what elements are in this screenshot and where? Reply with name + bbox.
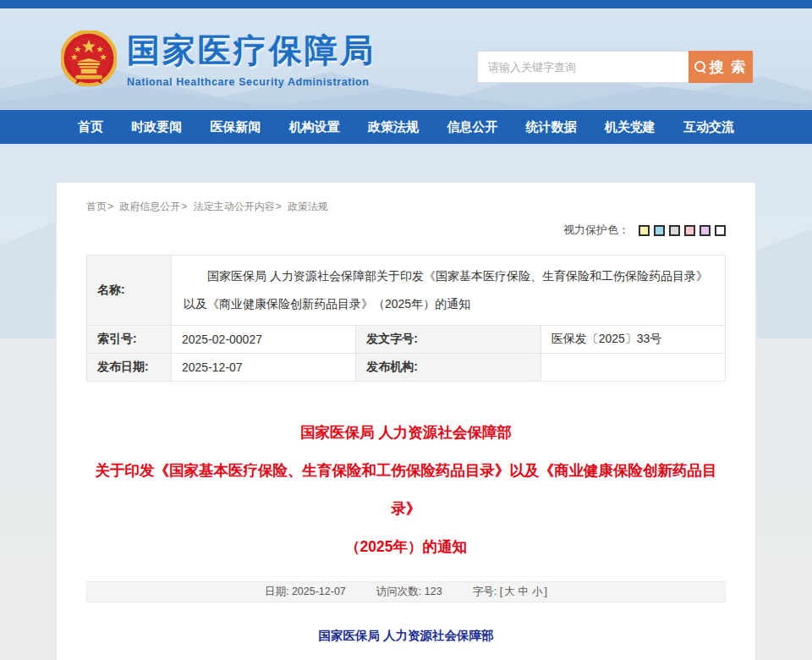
meta-date-label: 日期: — [265, 586, 288, 597]
article-title-line2: 关于印发《国家基本医疗保险、生育保险和工伤保险药品目录》以及《商业健康保险创新药… — [86, 452, 726, 528]
nav-item-home[interactable]: 首页 — [78, 119, 103, 135]
breadcrumb-separator: > — [181, 201, 187, 212]
doc-name-value: 国家医保局 人力资源社会保障部关于印发《国家基本医疗保险、生育保险和工伤保险药品… — [172, 256, 726, 326]
doc-number-label: 发文字号: — [356, 326, 540, 354]
fontsize-small-link[interactable]: 小 — [532, 586, 543, 597]
nav-item-politics-news[interactable]: 时政要闻 — [131, 119, 182, 135]
search-box: 搜 索 — [477, 51, 753, 83]
doc-index-label: 索引号: — [87, 326, 172, 354]
doc-agency-label: 发布机构: — [356, 354, 540, 382]
content-panel: 首页> 政府信息公开> 法定主动公开内容> 政策法规 视力保护色： 名称: 国家… — [56, 182, 756, 660]
breadcrumb-separator: > — [107, 201, 113, 212]
article-title-line1: 国家医保局 人力资源社会保障部 — [86, 414, 726, 452]
fontsize-bracket-open: [ — [500, 586, 502, 597]
national-emblem-logo — [61, 30, 117, 86]
meta-date: 日期: 2025-12-07 — [265, 585, 346, 599]
article-title-red: 国家医保局 人力资源社会保障部 关于印发《国家基本医疗保险、生育保险和工伤保险药… — [86, 414, 726, 566]
table-row: 发布日期: 2025-12-07 发布机构: — [87, 354, 726, 382]
search-button-label: 搜 索 — [710, 58, 748, 77]
eye-protection-label: 视力保护色： — [563, 223, 629, 238]
fontsize-large-link[interactable]: 大 — [504, 586, 515, 597]
article-meta-bar: 日期: 2025-12-07 访问次数: 123 字号: [大中小] — [86, 581, 726, 602]
main-nav: 首页 时政要闻 医保新闻 机构设置 政策法规 信息公开 统计数据 机关党建 互动… — [0, 110, 812, 144]
fontsize-medium-link[interactable]: 中 — [518, 586, 529, 597]
nav-item-info-disclosure[interactable]: 信息公开 — [447, 119, 497, 135]
eye-color-swatch-white[interactable] — [715, 225, 726, 236]
doc-name-label: 名称: — [87, 256, 172, 326]
breadcrumb-home[interactable]: 首页 — [86, 201, 107, 212]
search-button[interactable]: 搜 索 — [689, 51, 753, 83]
document-title-line1: 国家医保局 人力资源社会保障部 — [86, 619, 726, 652]
nav-item-statistics[interactable]: 统计数据 — [526, 119, 577, 135]
breadcrumb-policy[interactable]: 政策法规 — [288, 201, 328, 212]
doc-number-value: 医保发〔2025〕33号 — [540, 326, 725, 354]
search-icon — [694, 61, 706, 73]
nav-item-medical-news[interactable]: 医保新闻 — [211, 119, 261, 135]
eye-color-swatch-yellow[interactable] — [639, 225, 650, 236]
nav-item-policy[interactable]: 政策法规 — [368, 119, 419, 135]
breadcrumb-gov-info[interactable]: 政府信息公开 — [119, 201, 180, 212]
nav-item-interaction[interactable]: 互动交流 — [683, 119, 734, 135]
document-info-table: 名称: 国家医保局 人力资源社会保障部关于印发《国家基本医疗保险、生育保险和工伤… — [86, 255, 726, 382]
meta-date-value: 2025-12-07 — [292, 586, 346, 597]
meta-visits: 访问次数: 123 — [376, 585, 442, 599]
table-row: 名称: 国家医保局 人力资源社会保障部关于印发《国家基本医疗保险、生育保险和工伤… — [87, 256, 726, 326]
meta-fontsize-label: 字号: — [473, 586, 497, 597]
eye-protection-row: 视力保护色： — [86, 223, 726, 238]
eye-color-swatch-pink[interactable] — [684, 225, 695, 236]
doc-pubdate-label: 发布日期: — [87, 354, 172, 382]
breadcrumb: 首页> 政府信息公开> 法定主动公开内容> 政策法规 — [86, 200, 726, 214]
eye-color-swatch-blue[interactable] — [654, 225, 665, 236]
breadcrumb-legal-disclosure[interactable]: 法定主动公开内容 — [194, 201, 275, 212]
fontsize-bracket-close: ] — [545, 586, 547, 597]
meta-visits-label: 访问次数: — [376, 586, 421, 597]
meta-visits-value: 123 — [425, 586, 442, 597]
top-strip — [0, 0, 812, 8]
meta-fontsize: 字号: [大中小] — [473, 585, 547, 599]
nav-item-party-building[interactable]: 机关党建 — [605, 119, 656, 135]
breadcrumb-separator: > — [276, 201, 282, 212]
article-title-line3: （2025年）的通知 — [86, 528, 726, 566]
doc-pubdate-value: 2025-12-07 — [172, 354, 356, 382]
site-header: 国家医疗保障局 National Healthcare Security Adm… — [0, 8, 812, 110]
document-title-line2: 关于印发《国家基本医疗保险、生育保险和工伤保险药品目录》以及《商业健康保险创新药… — [86, 652, 726, 660]
table-row: 索引号: 2025-02-00027 发文字号: 医保发〔2025〕33号 — [87, 326, 726, 354]
eye-color-swatch-purple[interactable] — [700, 225, 710, 236]
site-subtitle-en: National Healthcare Security Administrat… — [127, 76, 376, 88]
site-title: 国家医疗保障局 — [127, 28, 376, 74]
site-brand: 国家医疗保障局 National Healthcare Security Adm… — [61, 28, 376, 88]
eye-color-swatch-gray[interactable] — [669, 225, 680, 236]
search-input[interactable] — [477, 51, 689, 83]
doc-index-value: 2025-02-00027 — [172, 326, 356, 354]
doc-agency-value — [540, 354, 725, 382]
document-title-blue: 国家医保局 人力资源社会保障部 关于印发《国家基本医疗保险、生育保险和工伤保险药… — [86, 619, 726, 660]
nav-item-organization[interactable]: 机构设置 — [289, 119, 340, 135]
